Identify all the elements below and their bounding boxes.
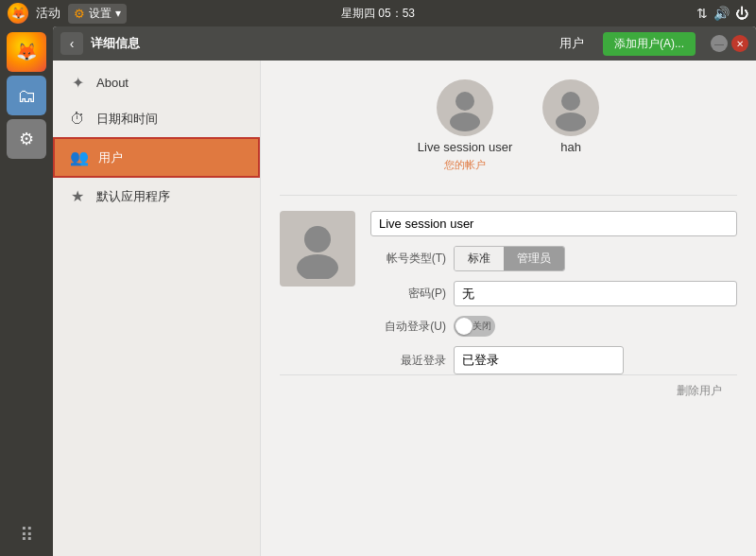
last-login-value: 已登录 <box>454 346 624 374</box>
svg-point-0 <box>455 92 474 111</box>
add-user-button[interactable]: 添加用户(A)... <box>603 32 696 56</box>
window-body: ✦ About ⏱ 日期和时间 👥 用户 ★ 默认应用程序 <box>53 61 756 556</box>
taskbar-files[interactable]: 🗂 <box>7 76 46 115</box>
taskbar-firefox[interactable]: 🦊 <box>7 32 46 72</box>
settings-label: 设置 <box>89 6 112 22</box>
auto-login-row: 自动登录(U) 关闭 <box>370 316 737 337</box>
close-button[interactable]: ✕ <box>731 35 748 52</box>
last-login-row: 最近登录 已登录 <box>370 346 737 374</box>
users-row: Live session user 您的帐户 hah <box>280 79 737 172</box>
main-panel: Live session user 您的帐户 hah <box>261 61 756 556</box>
bottom-bar: 删除用户 <box>280 374 737 407</box>
svg-point-4 <box>304 226 331 252</box>
users-label: 用户 <box>559 35 584 52</box>
user-card-hah[interactable]: hah <box>542 79 599 172</box>
svg-point-5 <box>297 254 338 279</box>
last-login-label: 最近登录 <box>370 353 446 369</box>
password-input[interactable] <box>454 281 737 306</box>
user-subtitle-live: 您的帐户 <box>444 158 486 172</box>
taskbar: 🦊 🗂 ⚙ ⠿ <box>0 26 53 556</box>
apps-icon: ★ <box>68 187 87 205</box>
user-avatar-live <box>437 79 493 136</box>
auto-login-switch[interactable]: 关闭 <box>454 316 495 337</box>
sidebar-item-about[interactable]: ✦ About <box>53 64 260 101</box>
minimize-button[interactable]: — <box>711 35 728 52</box>
sidebar-apps-label: 默认应用程序 <box>96 188 170 205</box>
user-name-live: Live session user <box>418 140 512 154</box>
toggle-knob <box>455 318 472 335</box>
sidebar-item-apps[interactable]: ★ 默认应用程序 <box>53 178 260 215</box>
taskbar-apps-btn[interactable]: ⠿ <box>20 524 34 547</box>
main-area: 🦊 🗂 ⚙ ⠿ ‹ 详细信息 用户 添加用户(A)... — ✕ ✦ About <box>0 26 756 556</box>
user-form: 帐号类型(T) 标准 管理员 密码(P) <box>370 211 737 374</box>
svg-point-1 <box>450 113 480 131</box>
avatar-icon-hah <box>547 84 594 131</box>
user-card-live[interactable]: Live session user 您的帐户 <box>418 79 512 172</box>
user-name-hah: hah <box>560 140 581 154</box>
account-type-standard-btn[interactable]: 标准 <box>455 247 504 270</box>
firefox-icon[interactable]: 🦊 <box>8 3 28 24</box>
taskbar-settings[interactable]: ⚙ <box>7 119 46 159</box>
user-avatar-hah <box>542 79 599 136</box>
detail-avatar <box>280 211 355 287</box>
window-title: 详细信息 <box>91 35 140 52</box>
users-icon: 👥 <box>70 148 89 166</box>
account-type-row: 帐号类型(T) 标准 管理员 <box>370 246 737 271</box>
activity-label: 活动 <box>36 5 60 22</box>
clock-display: 星期四 05：53 <box>341 6 415 22</box>
password-row: 密码(P) <box>370 281 737 306</box>
dropdown-arrow-icon: ▾ <box>115 7 121 20</box>
sidebar-about-label: About <box>96 76 129 90</box>
svg-point-3 <box>556 113 586 131</box>
detail-avatar-icon <box>287 218 348 279</box>
sidebar-datetime-label: 日期和时间 <box>96 111 158 128</box>
datetime-icon: ⏱ <box>68 111 87 128</box>
account-type-admin-btn[interactable]: 管理员 <box>504 247 564 270</box>
account-type-toggle: 标准 管理员 <box>454 246 565 271</box>
avatar-icon-live <box>441 84 489 131</box>
settings-gear-icon: ⚙ <box>74 7 85 21</box>
sidebar-item-users[interactable]: 👥 用户 <box>53 137 260 178</box>
user-detail: 帐号类型(T) 标准 管理员 密码(P) <box>280 211 737 374</box>
sidebar-item-datetime[interactable]: ⏱ 日期和时间 <box>53 101 260 137</box>
settings-menu-btn[interactable]: ⚙ 设置 ▾ <box>68 4 127 24</box>
top-bar-right: ⇅ 🔊 ⏻ <box>696 6 748 21</box>
account-type-label: 帐号类型(T) <box>370 251 446 267</box>
auto-login-label: 自动登录(U) <box>370 319 446 335</box>
sidebar-users-label: 用户 <box>98 149 123 166</box>
back-button[interactable]: ‹ <box>60 32 83 55</box>
username-input[interactable] <box>370 211 737 236</box>
volume-icon: 🔊 <box>713 6 730 21</box>
toggle-off-label: 关闭 <box>472 320 491 333</box>
power-icon: ⏻ <box>735 6 748 21</box>
settings-window: ‹ 详细信息 用户 添加用户(A)... — ✕ ✦ About ⏱ 日期和时间 <box>53 26 756 556</box>
top-bar: 🦊 活动 ⚙ 设置 ▾ 星期四 05：53 ⇅ 🔊 ⏻ <box>0 0 756 26</box>
window-titlebar: ‹ 详细信息 用户 添加用户(A)... — ✕ <box>53 26 756 61</box>
about-icon: ✦ <box>68 74 87 92</box>
top-bar-left: 🦊 活动 ⚙ 设置 ▾ <box>8 3 127 24</box>
window-controls: — ✕ <box>711 35 748 52</box>
delete-user-button[interactable]: 删除用户 <box>677 383 722 399</box>
divider <box>280 195 737 196</box>
sidebar: ✦ About ⏱ 日期和时间 👥 用户 ★ 默认应用程序 <box>53 61 261 556</box>
password-label: 密码(P) <box>370 286 446 302</box>
auto-login-toggle: 关闭 <box>454 316 495 337</box>
network-icon: ⇅ <box>696 6 708 21</box>
svg-point-2 <box>561 92 580 111</box>
